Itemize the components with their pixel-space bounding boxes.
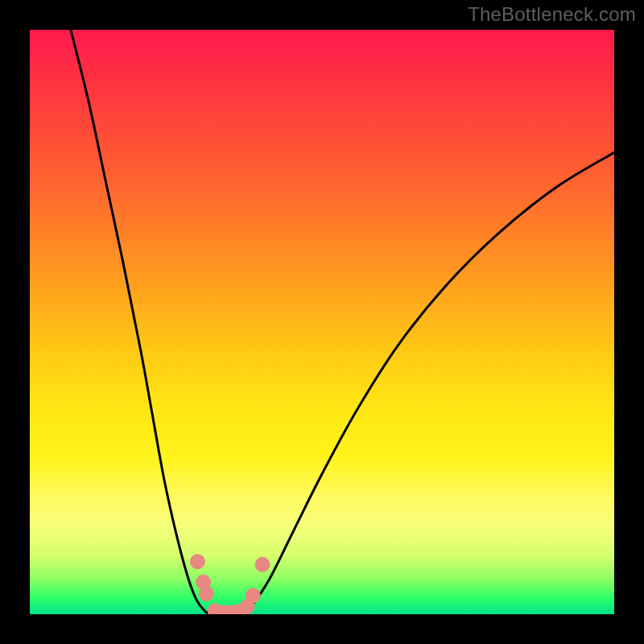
valley-marker [199,587,213,601]
valley-marker [246,588,260,603]
valley-marker [190,555,204,569]
chart-frame: TheBottleneck.com [0,0,644,644]
plot-area [30,30,614,614]
bottleneck-curve [71,30,614,614]
bottleneck-curve-layer [30,30,614,614]
watermark-text: TheBottleneck.com [468,3,636,26]
valley-marker [255,557,270,572]
